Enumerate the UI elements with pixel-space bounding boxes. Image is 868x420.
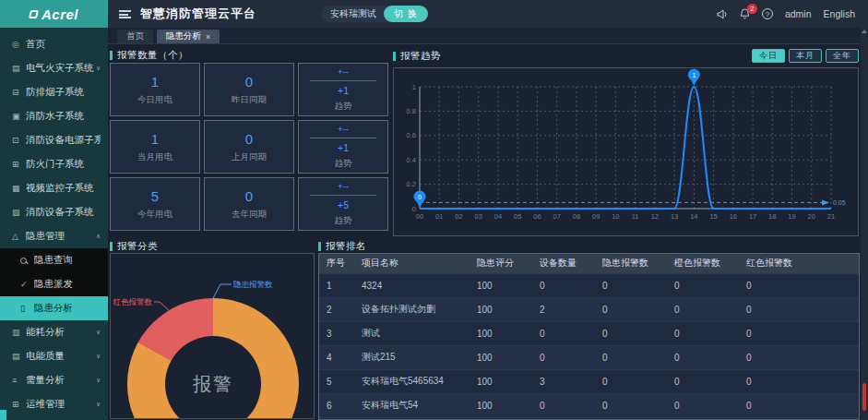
card-label: 去年同期 [232,209,267,221]
table-row[interactable]: 143241000000 [319,273,859,297]
trend-range-button-1[interactable]: 本月 [789,49,822,63]
column-header: 橙色报警数 [667,254,739,273]
table-cell: 0 [739,369,859,393]
top-header: Acrel 智慧消防管理云平台 安科瑞测试 切 换 2 ? admin Engl… [0,0,868,28]
power-icon: ⊡ [12,136,26,145]
scroll-up-icon[interactable] [862,30,867,33]
card-label: 趋势 [335,101,352,113]
bell-icon[interactable]: 2 [740,8,750,19]
ranking-table-body: 1432410000002设备拓扑测试勿删10020003测试10000004测… [319,273,859,420]
sidebar-item-hazard-query[interactable]: 隐患查询 [0,248,108,272]
sidebar-item-fire-door[interactable]: ⊞防火门子系统 [0,152,108,176]
svg-text:20: 20 [808,212,815,221]
sidebar-item-label: 消防设备子系统 [26,206,94,219]
alarm-card-5: +--+1趋势 [298,120,388,174]
scrollbar-thumb[interactable] [862,383,866,411]
svg-text:08: 08 [573,212,580,221]
menu-collapse-icon[interactable] [119,10,131,18]
sidebar-item-label: 需量分析 [26,374,65,387]
ranking-table-box: 序号项目名称隐患评分设备数量隐患报警数橙色报警数红色报警数 1432410000… [318,253,860,420]
table-cell: 100 [470,321,532,345]
card-label: 当月用电 [137,151,172,163]
chevron-down-icon: ∨ [96,377,101,384]
chevron-up-icon: ∧ [96,233,101,240]
device-icon: ▧ [12,208,26,217]
sidebar-item-video-monitor[interactable]: ▦视频监控子系统 [0,176,108,200]
table-cell: 4 [319,345,354,369]
close-icon[interactable]: × [206,32,210,42]
project-switcher: 安科瑞测试 切 换 [321,6,428,22]
sidebar-item-hazard-mgmt[interactable]: △隐患管理∧ [0,224,108,248]
sidebar-item-label: 能耗分析 [26,326,65,339]
table-cell: 0 [595,321,667,345]
table-row[interactable]: 3测试1000000 [319,321,859,345]
main-scrollbar[interactable] [861,28,868,420]
energy-icon: ▥ [12,328,26,337]
announcement-icon[interactable] [717,9,728,19]
sidebar-item-fire-power[interactable]: ⊡消防设备电源子系统 [0,128,108,152]
trend-percent: +-- [338,124,349,134]
column-header: 红色报警数 [739,254,859,273]
alarm-trend-panel: 报警趋势 今日本月全年 00.20.40.60.8100010203040506… [393,49,859,63]
alarm-count-panel: 报警数量（个） 1今日用电0昨日同期+--+1趋势1当月用电0上月同期+--+1… [110,49,389,62]
sidebar-item-hazard-analysis[interactable]: ▯隐患分析 [0,296,108,320]
trend-range-button-0[interactable]: 今日 [752,49,785,63]
switch-project-button[interactable]: 切 换 [384,6,428,22]
table-row[interactable]: 4测试2151000000 [319,345,859,369]
column-header: 隐患评分 [470,254,532,273]
username[interactable]: admin [785,8,812,19]
column-header: 设备数量 [532,254,595,273]
tab-1[interactable]: 隐患分析× [157,30,220,43]
tab-0[interactable]: 首页 [117,30,153,43]
ops-icon: ⊞ [12,400,26,409]
table-cell: 100 [470,297,532,321]
alarm-card-2: +--+1趋势 [298,63,388,116]
alarm-card-8: +--+5趋势 [298,177,388,231]
trend-divider [310,138,376,138]
table-cell: 3 [319,321,354,345]
table-cell: 3 [532,369,595,393]
sidebar-item-hazard-dispatch[interactable]: ✓隐患派发 [0,272,108,296]
sidebar-item-home[interactable]: ◎首页 [0,32,108,56]
svg-text:0.05: 0.05 [833,199,846,206]
column-header: 隐患报警数 [595,254,667,273]
language-toggle[interactable]: English [824,8,855,19]
door-icon: ⊞ [12,160,26,169]
sidebar-item-energy-analysis[interactable]: ▥能耗分析∨ [0,320,108,344]
trend-percent: +-- [338,66,349,77]
table-cell: 0 [667,369,739,393]
check-icon: ✓ [20,280,34,289]
sidebar-scroll-indicator [0,410,6,420]
help-icon[interactable]: ? [762,8,773,19]
search-icon [20,258,34,264]
pie-labels-overlay: 隐患报警数 红色报警数 [111,254,315,419]
sidebar-item-fire-device[interactable]: ▧消防设备子系统 [0,200,108,224]
sidebar-item-label: 防排烟子系统 [26,86,84,99]
table-row[interactable]: 5安科瑞电气54656341003000 [319,369,859,393]
sidebar-item-demand-analysis[interactable]: ≡需量分析∨ [0,368,108,392]
table-cell: 0 [739,321,859,345]
sidebar-item-user-report[interactable]: ▯用户报告 [0,416,108,420]
sidebar-item-power-quality[interactable]: ▤电能质量∨ [0,344,108,368]
sidebar-item-fire-water[interactable]: ▣消防水子系统 [0,104,108,128]
table-cell: 2 [319,297,354,321]
table-row[interactable]: 2设备拓扑测试勿删1002000 [319,297,859,321]
svg-text:0: 0 [418,194,422,200]
electrical-icon: ▤ [12,64,26,73]
table-cell: 0 [532,321,595,345]
pie-chart-box: 报警 隐患报警数 红色报警数 [110,253,315,419]
table-cell: 100 [470,369,532,393]
sidebar-item-label: 首页 [26,38,45,51]
trend-delta: +1 [338,142,349,153]
sidebar-item-electrical-fire[interactable]: ▤电气火灾子系统∨ [0,56,108,80]
svg-text:18: 18 [768,212,776,221]
sidebar-item-smoke-control[interactable]: ⊟防排烟子系统 [0,80,108,104]
table-cell: 4324 [354,273,470,297]
svg-text:15: 15 [709,212,717,221]
table-row[interactable]: 6安科瑞电气541000000 [319,393,859,417]
table-cell: 0 [595,273,667,297]
sidebar-item-ops-mgmt[interactable]: ⊞运维管理∨ [0,392,108,416]
sidebar-item-label: 电能质量 [26,350,65,363]
trend-range-button-2[interactable]: 全年 [826,49,859,63]
alarm-trend-title: 报警趋势 [393,50,441,63]
